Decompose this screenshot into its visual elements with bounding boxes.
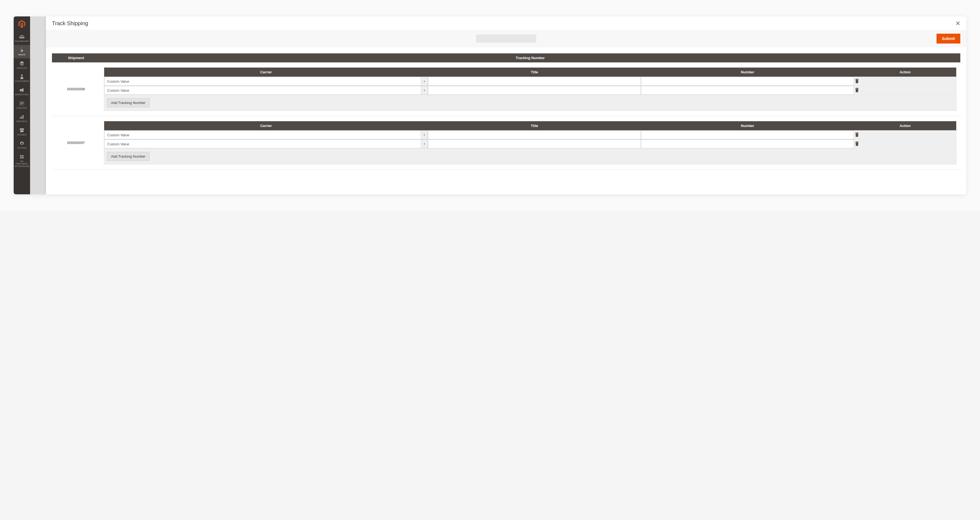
trash-icon <box>855 142 859 147</box>
nav-label: SALES <box>18 54 26 56</box>
tracking-table: Carrier Title Number Action <box>104 67 956 111</box>
shipment-row: 000000097 Carrier Title Number Action <box>52 116 960 170</box>
inner-col-number: Number <box>641 68 854 77</box>
delete-button[interactable] <box>854 87 860 94</box>
sidebar-item-system[interactable]: SYSTEM <box>14 138 30 152</box>
column-shipment: Shipment <box>52 53 100 62</box>
tracking-table: Carrier Title Number Action <box>104 121 956 164</box>
inner-col-action: Action <box>854 68 956 77</box>
marketing-icon <box>19 88 24 93</box>
modal-header: Track Shipping ✕ <box>46 16 966 30</box>
delete-button[interactable] <box>854 131 860 139</box>
trash-icon <box>855 80 859 84</box>
svg-rect-9 <box>22 155 24 156</box>
sidebar-item-stores[interactable]: STORES <box>14 125 30 139</box>
dashboard-icon <box>19 34 24 39</box>
sidebar-item-content[interactable]: CONTENT <box>14 98 30 112</box>
inner-col-title: Title <box>428 121 641 131</box>
inner-col-number: Number <box>641 121 854 131</box>
gear-icon <box>19 141 24 146</box>
title-input[interactable] <box>428 140 641 148</box>
sidebar-item-catalog[interactable]: CATALOG <box>14 58 30 72</box>
modal-toolbar: Submit <box>46 30 966 47</box>
nav-label: CUSTOMERS <box>15 80 29 83</box>
track-shipping-modal: Track Shipping ✕ Submit Shipment Trackin… <box>46 16 966 194</box>
inner-col-action: Action <box>854 121 956 131</box>
sidebar-item-sales[interactable]: SALES <box>14 45 30 58</box>
carrier-select-value: Custom Value <box>104 131 421 139</box>
add-tracking-button[interactable]: Add Tracking Number <box>107 152 150 161</box>
close-button[interactable]: ✕ <box>955 21 960 27</box>
trash-icon <box>855 89 859 93</box>
close-icon: ✕ <box>955 20 960 27</box>
add-tracking-row: Add Tracking Number <box>104 148 956 164</box>
chevron-down-icon: ▼ <box>421 77 428 86</box>
tracking-row: Custom Value ▼ <box>104 140 956 148</box>
delete-button[interactable] <box>854 78 860 85</box>
chevron-down-icon: ▼ <box>421 131 428 139</box>
inner-col-carrier: Carrier <box>104 121 428 131</box>
shipment-row: 000000098 Carrier Title Number Action <box>52 62 960 116</box>
number-input[interactable] <box>641 140 854 148</box>
svg-rect-2 <box>20 102 24 103</box>
stores-icon <box>19 128 24 133</box>
carrier-select[interactable]: Custom Value ▼ <box>104 86 428 95</box>
admin-sidebar: DASHBOARD SALES CATALOG CUSTOMERS MARKET… <box>14 16 30 194</box>
nav-label: CATALOG <box>17 67 27 70</box>
number-input[interactable] <box>641 131 854 139</box>
sidebar-item-customers[interactable]: CUSTOMERS <box>14 72 30 85</box>
title-input[interactable] <box>428 86 641 95</box>
nav-label: SYSTEM <box>17 147 27 150</box>
inner-col-carrier: Carrier <box>104 68 428 77</box>
nav-label: ND PARTNERS EXTENSIONS <box>14 160 30 167</box>
title-input[interactable] <box>428 131 641 139</box>
number-input[interactable] <box>641 86 854 95</box>
sidebar-item-reports[interactable]: REPORTS <box>14 112 30 125</box>
reports-icon <box>19 115 24 119</box>
svg-rect-11 <box>22 157 24 158</box>
svg-rect-8 <box>20 155 22 156</box>
delete-button[interactable] <box>854 140 860 148</box>
number-input[interactable] <box>641 77 854 86</box>
title-input[interactable] <box>428 77 641 86</box>
magento-logo[interactable] <box>14 16 30 32</box>
carrier-select[interactable]: Custom Value ▼ <box>104 140 428 148</box>
tracking-row: Custom Value ▼ <box>104 131 956 140</box>
sidebar-item-partners[interactable]: ND PARTNERS EXTENSIONS <box>14 152 30 170</box>
customers-icon <box>19 74 24 79</box>
carrier-select-value: Custom Value <box>104 86 421 95</box>
nav-label: DASHBOARD <box>15 40 29 43</box>
add-tracking-row: Add Tracking Number <box>104 95 956 111</box>
submit-button[interactable]: Submit <box>937 33 960 43</box>
catalog-icon <box>19 61 24 66</box>
svg-rect-3 <box>20 103 24 104</box>
svg-rect-4 <box>20 104 22 105</box>
sidebar-item-marketing[interactable]: MARKETING <box>14 85 30 98</box>
svg-rect-7 <box>23 115 24 119</box>
modal-title: Track Shipping <box>52 20 88 27</box>
toolbar-placeholder <box>476 35 536 43</box>
carrier-select[interactable]: Custom Value ▼ <box>104 77 428 86</box>
inner-col-title: Title <box>428 68 641 77</box>
carrier-select[interactable]: Custom Value ▼ <box>104 131 428 139</box>
nav-label: REPORTS <box>16 120 27 123</box>
add-tracking-button[interactable]: Add Tracking Number <box>107 98 150 107</box>
chevron-down-icon: ▼ <box>421 86 428 95</box>
shipments-table: Shipment Tracking Number 000000098 <box>52 53 960 170</box>
content-icon <box>19 101 24 106</box>
sales-icon <box>19 48 24 53</box>
chevron-down-icon: ▼ <box>421 140 428 148</box>
partners-icon <box>19 154 24 159</box>
svg-rect-5 <box>20 117 21 119</box>
tracking-row: Custom Value ▼ <box>104 86 956 95</box>
nav-label: MARKETING <box>15 94 29 96</box>
svg-point-0 <box>21 75 23 76</box>
shipment-id-cell: 000000097 <box>52 116 100 170</box>
trash-icon <box>855 133 859 138</box>
nav-label: STORES <box>17 134 27 136</box>
modal-body: Shipment Tracking Number 000000098 <box>46 47 966 194</box>
sidebar-item-dashboard[interactable]: DASHBOARD <box>14 32 30 45</box>
tracking-row: Custom Value ▼ <box>104 77 956 86</box>
shipment-id-cell: 000000098 <box>52 62 100 116</box>
svg-rect-6 <box>21 116 22 119</box>
